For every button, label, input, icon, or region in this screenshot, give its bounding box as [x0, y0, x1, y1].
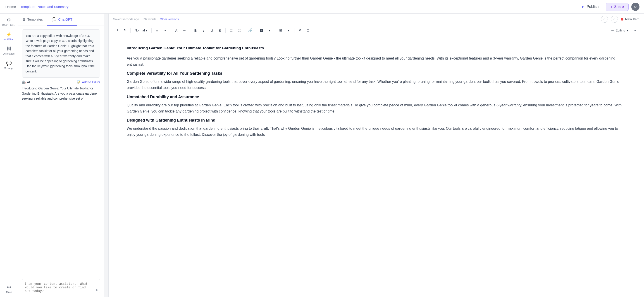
template-name: Notes and Summary	[38, 5, 68, 8]
share-icon: ↑	[610, 5, 612, 9]
redo-button[interactable]: ↻	[121, 27, 128, 34]
undo-icon: ↺	[116, 28, 118, 32]
link-button[interactable]: 🔗	[247, 27, 254, 34]
align-button[interactable]: ≡	[154, 27, 161, 34]
user-avatar[interactable]: U	[631, 3, 640, 11]
ai-section-header: 🤖 AI 📝 Add to Editor	[22, 80, 100, 84]
editing-mode-button[interactable]: ✏ Editing ▾	[609, 28, 631, 33]
align-icon: ≡	[156, 28, 158, 32]
add-to-editor-button[interactable]: 📝 Add to Editor	[77, 80, 100, 84]
chat-input[interactable]	[22, 279, 100, 294]
strikethrough-button[interactable]: S	[216, 27, 224, 34]
collaborator-avatar-1: ○	[601, 16, 608, 23]
toolbar-divider-6	[244, 28, 245, 33]
bullet-list-button[interactable]: ☰	[228, 27, 235, 34]
more-options-icon: ⋯	[634, 28, 638, 32]
bold-button[interactable]: B	[192, 27, 199, 34]
editor-content[interactable]: Introducing Garden Genie: Your Ultimate …	[108, 36, 644, 297]
editor-heading-2: Unmatched Durability and Assurance	[127, 94, 626, 100]
numbered-list-button[interactable]: ☷	[236, 27, 243, 34]
top-nav: ‹ Home Template: Notes and Summary ► Pub…	[0, 0, 644, 14]
italic-icon: I	[203, 28, 204, 32]
tab-chatgpt[interactable]: 💬 ChatGPT	[47, 14, 77, 26]
sidebar-item-ai-writer[interactable]: ⚡ AI Writer	[4, 32, 14, 41]
editing-label: Editing	[616, 28, 625, 32]
send-button[interactable]: ➤	[95, 288, 98, 292]
toolbar-divider-8	[275, 28, 275, 33]
ai-section: 🤖 AI 📝 Add to Editor Introducing Garden …	[22, 80, 100, 101]
italic-button[interactable]: I	[200, 27, 207, 34]
align-dropdown-button[interactable]: ▾	[162, 27, 169, 34]
chevron-left-icon: ‹	[4, 5, 6, 8]
new-item-area: New Item	[621, 17, 640, 21]
new-item-dot	[621, 18, 624, 20]
chat-input-area: ➤	[18, 276, 104, 297]
avatar-placeholder-icon: ○	[603, 17, 606, 21]
toolbar-divider-7	[256, 28, 256, 33]
sidebar-item-brief-seo[interactable]: ⚙ Brief + SEO	[2, 17, 16, 26]
ai-label: 🤖 AI	[22, 80, 30, 84]
bullet-list-icon: ☰	[230, 28, 232, 32]
publish-label: Publish	[587, 5, 598, 9]
underline-button[interactable]: U	[208, 27, 216, 34]
toolbar-divider-3	[170, 28, 171, 33]
image-button[interactable]: 🖼	[258, 27, 265, 34]
message-icon: 💬	[6, 60, 12, 66]
strikethrough-icon: S	[219, 28, 221, 32]
collapse-handle[interactable]: ‹	[104, 14, 108, 297]
text-color-icon: A	[175, 28, 178, 32]
collaborator-avatar-2: ○	[611, 16, 618, 23]
sidebar-item-more[interactable]: ••• More	[6, 284, 12, 294]
table-button[interactable]: ⊞	[277, 27, 284, 34]
share-button[interactable]: ↑ Share	[606, 3, 628, 11]
align-dropdown-icon: ▾	[164, 28, 166, 32]
ai-generated-content: Introducing Garden Genie: Your Ultimate …	[22, 86, 100, 101]
prompt-text: You are a copy editor with knowledge of …	[26, 34, 95, 73]
ai-robot-icon: 🤖	[22, 80, 26, 84]
paragraph-style-label: Normal	[135, 28, 145, 32]
top-nav-right: ► Publish ↑ Share U	[577, 3, 640, 11]
home-link[interactable]: ‹ Home	[4, 5, 16, 8]
link-icon: 🔗	[248, 28, 252, 32]
highlight-button[interactable]: ✏	[181, 27, 188, 34]
highlight-icon: ✏	[183, 28, 186, 32]
ai-writer-icon: ⚡	[6, 32, 12, 37]
template-label: Template: Notes and Summary	[20, 5, 68, 8]
ai-images-icon: 🖼	[7, 46, 11, 52]
editor-toolbar: ↺ ↻ Normal ▾ ≡ ▾ A ✏	[108, 25, 644, 36]
panel-tabs: ⊞ Templates 💬 ChatGPT	[18, 14, 104, 26]
image-dropdown-button[interactable]: ▾	[266, 27, 273, 34]
image-icon: 🖼	[260, 28, 263, 32]
undo-button[interactable]: ↺	[113, 27, 120, 34]
new-item-label: New Item	[625, 17, 640, 21]
table-dropdown-button[interactable]: ▾	[285, 27, 292, 34]
toolbar-divider-4	[190, 28, 190, 33]
sidebar-item-message[interactable]: 💬 Message	[4, 60, 14, 70]
toolbar-divider-9	[294, 28, 294, 33]
table-icon: ⊞	[279, 28, 282, 32]
extra-button[interactable]: ⊡	[304, 27, 312, 34]
send-icon: ➤	[95, 288, 98, 292]
tab-templates[interactable]: ⊞ Templates	[18, 14, 47, 26]
paragraph-style-dropdown[interactable]: Normal ▾	[132, 28, 150, 33]
editor-top-right: ○ ○ New Item	[601, 16, 640, 23]
clear-format-icon: ✕	[298, 28, 302, 32]
add-to-editor-label: Add to Editor	[82, 80, 100, 84]
ai-content-text: Introducing Garden Genie: Your Ultimate …	[22, 86, 98, 100]
text-color-button[interactable]: A	[173, 27, 180, 34]
older-versions-link[interactable]: Older versions	[160, 18, 179, 21]
sidebar-item-brief-seo-label: Brief + SEO	[2, 24, 16, 26]
icon-sidebar: ⚙ Brief + SEO ⚡ AI Writer 🖼 AI Images 💬 …	[0, 14, 18, 297]
bold-icon: B	[194, 28, 197, 32]
side-panel: ⊞ Templates 💬 ChatGPT You are a copy edi…	[18, 14, 104, 297]
image-dropdown-icon: ▾	[268, 28, 270, 32]
editing-chevron-icon: ▾	[626, 28, 628, 32]
editor-paragraph-4: We understand the passion and dedication…	[127, 126, 626, 138]
toolbar-more-button[interactable]: ⋯	[632, 27, 640, 34]
publish-button[interactable]: ► Publish	[577, 3, 603, 11]
chatgpt-tab-label: ChatGPT	[58, 18, 72, 21]
editor-paragraph-3: Quality and durability are our top prior…	[127, 102, 626, 114]
clear-format-button[interactable]: ✕	[296, 27, 304, 34]
sidebar-item-ai-images[interactable]: 🖼 AI Images	[4, 46, 15, 55]
underline-icon: U	[211, 28, 213, 32]
